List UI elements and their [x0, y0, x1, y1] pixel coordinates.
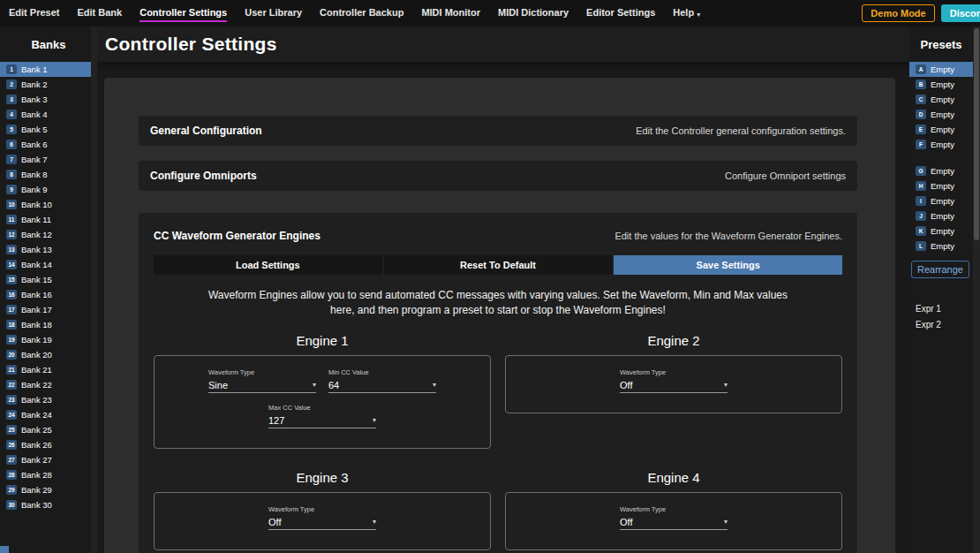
engine-box: Waveform Type Off ▾ — [154, 492, 491, 550]
field-value: 127 — [268, 415, 284, 426]
bank-item[interactable]: 14 Bank 14 — [0, 257, 97, 272]
bank-item[interactable]: 24 Bank 24 — [0, 407, 97, 422]
bank-item[interactable]: 12 Bank 12 — [0, 227, 97, 242]
bank-item[interactable]: 21 Bank 21 — [0, 362, 97, 377]
bank-item[interactable]: 30 Bank 30 — [0, 497, 97, 512]
bank-item[interactable]: 5 Bank 5 — [0, 122, 97, 137]
rearrange-button[interactable]: Rearrange — [911, 261, 969, 278]
bank-item[interactable]: 22 Bank 22 — [0, 377, 97, 392]
preset-item[interactable]: I Empty — [909, 193, 973, 208]
preset-item[interactable]: E Empty — [909, 122, 973, 137]
bank-item[interactable]: 17 Bank 17 — [0, 302, 97, 317]
item-label: Empty — [931, 95, 954, 104]
bank-item[interactable]: 19 Bank 19 — [0, 332, 97, 347]
nav-item-edit-bank[interactable]: Edit Bank — [68, 0, 131, 27]
vertical-scrollbar[interactable] — [973, 27, 980, 553]
field-select[interactable]: Sine ▾ — [208, 380, 316, 393]
bank-item[interactable]: 4 Bank 4 — [0, 107, 97, 122]
scrollbar-thumb-vertical[interactable] — [974, 28, 979, 240]
waveform-field: Waveform Type Sine ▾ — [208, 368, 316, 393]
engine-title: Engine 1 — [154, 333, 491, 348]
item-label: Bank 1 — [21, 64, 48, 74]
item-label: Bank 22 — [21, 380, 52, 390]
item-label: Bank 3 — [21, 95, 48, 104]
item-label: Bank 19 — [21, 335, 52, 345]
bank-item[interactable]: 11 Bank 11 — [0, 212, 97, 227]
preset-item[interactable]: C Empty — [909, 92, 973, 107]
field-select[interactable]: Off ▾ — [620, 380, 727, 393]
bank-item[interactable]: 15 Bank 15 — [0, 272, 97, 287]
bank-item[interactable]: 18 Bank 18 — [0, 317, 97, 332]
page-title: Controller Settings — [97, 34, 277, 55]
preset-item[interactable]: J Empty — [909, 208, 973, 223]
top-navbar: Edit Preset Edit Bank Controller Setting… — [0, 0, 980, 27]
preset-item[interactable]: L Empty — [909, 239, 973, 254]
reset-to-default-button[interactable]: Reset To Default — [384, 255, 613, 275]
bank-item[interactable]: 10 Bank 10 — [0, 197, 97, 212]
preset-item[interactable]: D Empty — [909, 107, 973, 122]
bank-item[interactable]: 2 Bank 2 — [0, 77, 97, 92]
bank-item[interactable]: 26 Bank 26 — [0, 437, 97, 452]
item-label: Empty — [931, 110, 954, 119]
nav-item-controller-settings[interactable]: Controller Settings — [131, 0, 236, 27]
bank-item[interactable]: 20 Bank 20 — [0, 347, 97, 362]
bank-item[interactable]: 28 Bank 28 — [0, 467, 97, 482]
bank-item[interactable]: 3 Bank 3 — [0, 92, 97, 107]
item-badge: 30 — [6, 500, 17, 510]
general-configuration-card[interactable]: General Configuration Edit the Controlle… — [139, 116, 857, 146]
scrollbar-thumb-horizontal[interactable] — [0, 546, 9, 553]
preset-item[interactable]: B Empty — [909, 77, 973, 92]
nav-item-label: Controller Backup — [320, 4, 403, 22]
preset-item[interactable]: H Empty — [909, 178, 973, 193]
preset-item[interactable]: A Empty — [909, 62, 973, 77]
waveform-action-bar: Load Settings Reset To Default Save Sett… — [154, 255, 842, 275]
nav-item-label: Controller Settings — [139, 4, 227, 22]
load-settings-button[interactable]: Load Settings — [154, 255, 382, 275]
bank-item[interactable]: 25 Bank 25 — [0, 422, 97, 437]
nav-item-editor-settings[interactable]: Editor Settings — [577, 0, 664, 27]
bank-item[interactable]: 8 Bank 8 — [0, 167, 97, 182]
item-label: Bank 7 — [21, 155, 48, 164]
bank-item[interactable]: 13 Bank 13 — [0, 242, 97, 257]
preset-item[interactable]: K Empty — [909, 223, 973, 239]
field-select[interactable]: Off ▾ — [620, 517, 727, 530]
bank-item[interactable]: 16 Bank 16 — [0, 287, 97, 302]
bank-item[interactable]: 29 Bank 29 — [0, 482, 97, 497]
nav-item-controller-backup[interactable]: Controller Backup — [311, 0, 412, 27]
disconnect-button[interactable]: Disconnect — [941, 4, 980, 22]
nav-item-midi-dictionary[interactable]: MIDI Dictionary — [489, 0, 577, 27]
item-label: Bank 12 — [21, 230, 52, 239]
nav-item-midi-monitor[interactable]: MIDI Monitor — [412, 0, 489, 27]
item-badge: 21 — [6, 365, 17, 375]
save-settings-button[interactable]: Save Settings — [614, 255, 842, 275]
bank-item[interactable]: 6 Bank 6 — [0, 137, 97, 152]
item-label: Empty — [931, 211, 954, 221]
expr-label: Expr 1 — [916, 301, 973, 317]
demo-mode-button[interactable]: Demo Mode — [862, 4, 934, 22]
nav-item-help[interactable]: Help ▾ — [664, 0, 709, 27]
engine-cell: Engine 1 Waveform Type Sine ▾ Min CC Val… — [154, 330, 491, 449]
bank-item[interactable]: 23 Bank 23 — [0, 392, 97, 407]
nav-item-user-library[interactable]: User Library — [236, 0, 311, 27]
field-value: Off — [620, 380, 632, 390]
preset-item[interactable]: G Empty — [909, 163, 973, 178]
item-label: Bank 13 — [21, 245, 52, 254]
bank-item[interactable]: 9 Bank 9 — [0, 182, 97, 197]
card-description: Edit the values for the Waveform Generat… — [614, 231, 842, 241]
bank-item[interactable]: 27 Bank 27 — [0, 452, 97, 467]
field-select[interactable]: Off ▾ — [268, 517, 376, 530]
item-label: Bank 8 — [21, 170, 48, 179]
waveform-field: Min CC Value 64 ▾ — [328, 368, 436, 393]
banks-title: Banks — [0, 27, 97, 62]
item-badge: 10 — [6, 200, 17, 209]
nav-item-edit-preset[interactable]: Edit Preset — [0, 0, 68, 27]
nav-item-label: Help — [673, 4, 694, 22]
bank-item[interactable]: 7 Bank 7 — [0, 152, 97, 167]
nav-item-label: Edit Preset — [9, 4, 59, 22]
configure-omniports-card[interactable]: Configure Omniports Configure Omniport s… — [139, 161, 857, 191]
preset-item[interactable]: F Empty — [909, 137, 973, 152]
card-description: Configure Omniport settings — [725, 170, 846, 181]
bank-item[interactable]: 1 Bank 1 — [0, 62, 97, 77]
field-select[interactable]: 64 ▾ — [328, 380, 436, 393]
field-select[interactable]: 127 ▾ — [268, 415, 376, 428]
